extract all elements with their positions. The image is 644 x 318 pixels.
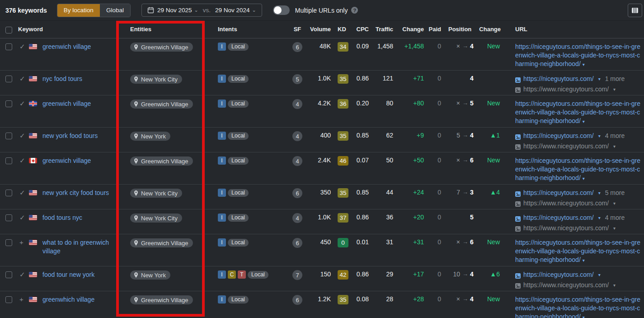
column-header-change[interactable]: Change	[394, 26, 425, 33]
serp-features-count[interactable]: 4	[292, 156, 302, 166]
keyword-link[interactable]: greenwich village	[42, 43, 91, 50]
keyword-link[interactable]: greenwich village	[42, 100, 91, 107]
serp-features-count[interactable]: 6	[292, 295, 302, 305]
entity-tag[interactable]: New York	[130, 271, 170, 280]
keyword-link[interactable]: food tour new york	[42, 271, 94, 278]
add-keyword-icon[interactable]: +	[18, 295, 24, 303]
row-checkbox[interactable]	[5, 43, 12, 50]
serp-features-count[interactable]: 4	[292, 213, 302, 223]
caret-down-icon[interactable]: ▾	[613, 142, 616, 151]
tracked-check-icon[interactable]: ✓	[18, 43, 25, 50]
date-compare[interactable]: 29 Nov 2024	[215, 7, 250, 14]
keyword-link[interactable]: food tours nyc	[42, 214, 82, 221]
serp-features-count[interactable]: 4	[292, 131, 302, 141]
tracked-check-icon[interactable]: ✓	[18, 132, 25, 139]
caret-down-icon[interactable]: ▾	[583, 62, 585, 67]
select-all-checkbox[interactable]	[5, 27, 12, 33]
entity-tag[interactable]: Greenwich Village	[130, 43, 193, 52]
column-header-paid[interactable]: Paid	[425, 26, 442, 33]
serp-features-count[interactable]: 6	[292, 188, 302, 198]
ranking-url-link[interactable]: https://niceguytours.com/things-to-see-i…	[515, 296, 640, 318]
keyword-link[interactable]: nyc food tours	[42, 75, 82, 82]
ranking-url-link[interactable]: https://niceguytours.com/	[523, 132, 594, 140]
tracked-check-icon[interactable]: ✓	[18, 75, 25, 82]
ranking-url-link[interactable]: https://www.niceguytours.com/	[523, 281, 609, 290]
caret-down-icon[interactable]: ▾	[613, 281, 616, 290]
serp-features-count[interactable]: 5	[292, 74, 302, 84]
ranking-url-link[interactable]: https://www.niceguytours.com/	[523, 85, 609, 94]
column-header-url[interactable]: URL	[502, 26, 644, 33]
caret-down-icon[interactable]: ▾	[598, 214, 601, 222]
ranking-url-link[interactable]: https://niceguytours.com/	[523, 75, 594, 83]
ranking-url-link[interactable]: https://niceguytours.com/things-to-see-i…	[515, 239, 640, 263]
more-urls-label[interactable]: 4 more	[605, 132, 625, 140]
ranking-url-link[interactable]: https://www.niceguytours.com/	[523, 142, 609, 151]
entity-tag[interactable]: Greenwich Village	[130, 295, 193, 304]
column-header-position[interactable]: Position	[442, 26, 475, 33]
column-header-kd[interactable]: KD	[332, 26, 352, 33]
more-urls-label[interactable]: 1 more	[605, 75, 625, 83]
serp-features-count[interactable]: 7	[292, 270, 302, 280]
caret-down-icon[interactable]: ▾	[583, 315, 585, 318]
more-urls-label[interactable]: 4 more	[605, 214, 625, 222]
tracked-check-icon[interactable]: ✓	[18, 157, 25, 164]
caret-down-icon[interactable]: ▾	[598, 271, 601, 279]
date-primary[interactable]: 29 Nov 2025	[157, 7, 192, 14]
column-header-volume[interactable]: Volume	[306, 26, 332, 33]
caret-down-icon[interactable]: ▾	[598, 132, 601, 140]
row-checkbox[interactable]	[5, 296, 12, 303]
ranking-url-link[interactable]: https://niceguytours.com/	[523, 214, 594, 222]
caret-down-icon[interactable]: ▾	[598, 75, 601, 83]
more-urls-label[interactable]: 5 more	[605, 189, 625, 197]
entity-tag[interactable]: Greenwich Village	[130, 157, 193, 166]
ranking-url-link[interactable]: https://niceguytours.com/things-to-see-i…	[515, 43, 640, 67]
global-button[interactable]: Global	[100, 4, 130, 17]
entity-tag[interactable]: New York City	[130, 189, 182, 198]
help-icon[interactable]: ?	[351, 7, 358, 14]
serp-features-count[interactable]: 6	[292, 238, 302, 248]
caret-down-icon[interactable]: ▾	[613, 85, 616, 94]
ranking-url-link[interactable]: https://niceguytours.com/	[523, 189, 594, 197]
row-checkbox[interactable]	[5, 76, 12, 82]
caret-down-icon[interactable]: ▾	[613, 199, 616, 208]
caret-down-icon[interactable]: ▾	[583, 176, 585, 181]
columns-button[interactable]	[628, 4, 642, 17]
row-checkbox[interactable]	[5, 214, 12, 221]
serp-features-count[interactable]: 6	[292, 42, 302, 52]
row-checkbox[interactable]	[5, 100, 12, 107]
column-header-position-change[interactable]: Change	[475, 26, 502, 33]
add-keyword-icon[interactable]: +	[18, 238, 24, 246]
caret-down-icon[interactable]: ▾	[613, 224, 616, 233]
entity-tag[interactable]: New York City	[130, 214, 182, 223]
ranking-url-link[interactable]: https://niceguytours.com/things-to-see-i…	[515, 100, 640, 124]
keyword-link[interactable]: greenwich village	[42, 157, 91, 164]
keyword-link[interactable]: new york food tours	[42, 132, 98, 139]
caret-down-icon[interactable]: ▾	[583, 258, 585, 263]
keyword-link[interactable]: new york city food tours	[42, 189, 109, 196]
column-header-cpc[interactable]: CPC	[352, 26, 370, 33]
entity-tag[interactable]: New York	[130, 132, 170, 141]
row-checkbox[interactable]	[5, 239, 12, 246]
row-checkbox[interactable]	[5, 157, 12, 164]
keyword-link[interactable]: what to do in greenwich village	[42, 239, 109, 255]
ranking-url-link[interactable]: https://niceguytours.com/	[523, 271, 594, 279]
column-header-keyword[interactable]: Keyword	[18, 26, 118, 33]
tracked-check-icon[interactable]: ✓	[18, 189, 25, 196]
tracked-check-icon[interactable]: ✓	[18, 214, 25, 221]
keyword-link[interactable]: greenwhich village	[42, 296, 94, 303]
row-checkbox[interactable]	[5, 133, 12, 139]
column-header-intents[interactable]: Intents	[218, 26, 288, 33]
column-header-traffic[interactable]: Traffic	[370, 26, 394, 33]
entity-tag[interactable]: Greenwich Village	[130, 100, 193, 109]
serp-features-count[interactable]: 4	[292, 99, 302, 109]
row-checkbox[interactable]	[5, 271, 12, 278]
caret-down-icon[interactable]: ▾	[583, 119, 585, 124]
column-header-sf[interactable]: SF	[288, 26, 306, 33]
date-range-picker[interactable]: 29 Nov 2025 ⌄ vs. 29 Nov 2024 ⌄	[141, 4, 262, 17]
ranking-url-link[interactable]: https://www.niceguytours.com/	[523, 199, 609, 208]
caret-down-icon[interactable]: ▾	[598, 189, 601, 197]
entity-tag[interactable]: Greenwich Village	[130, 238, 193, 247]
row-checkbox[interactable]	[5, 190, 12, 196]
tracked-check-icon[interactable]: ✓	[18, 271, 25, 278]
ranking-url-link[interactable]: https://www.niceguytours.com/	[523, 224, 609, 233]
